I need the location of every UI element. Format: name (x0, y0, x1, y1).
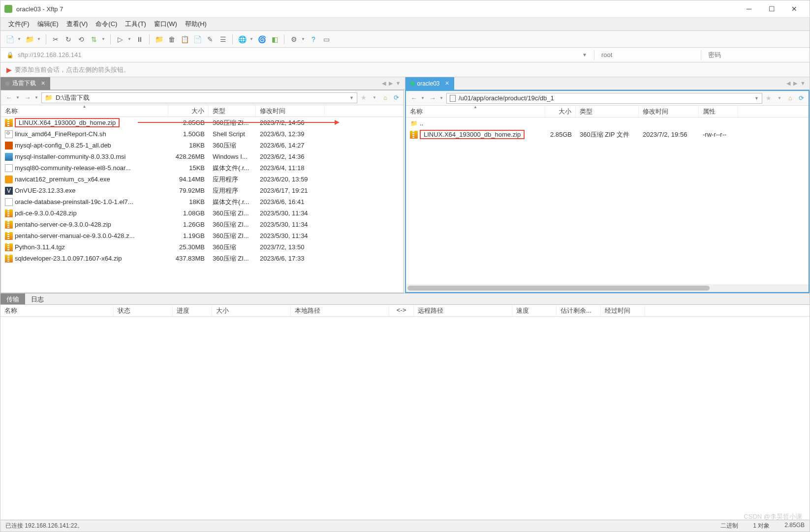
header-attr[interactable]: 属性 (699, 106, 738, 117)
close-button[interactable] (783, 1, 806, 16)
th-elapsed[interactable]: 经过时间 (601, 305, 645, 316)
menu-help[interactable]: 帮助(H) (181, 18, 211, 30)
th-remote[interactable]: 远程路径 (414, 305, 512, 316)
reconnect-icon[interactable]: ↻ (63, 34, 74, 45)
refresh-icon[interactable]: ⟳ (797, 94, 806, 103)
tab-remote[interactable]: oracle03 ✕ (405, 77, 454, 90)
settings-dropdown[interactable]: ▼ (301, 37, 306, 41)
bookmark-icon[interactable]: ★ (764, 94, 773, 103)
header-date[interactable]: 修改时间 (256, 105, 325, 117)
maximize-button[interactable] (760, 1, 783, 16)
new-file-icon[interactable]: 📄 (192, 34, 203, 45)
bookmark-dropdown[interactable]: ▼ (775, 94, 784, 103)
nav-back-dropdown[interactable]: ▼ (421, 96, 426, 100)
th-progress[interactable]: 进度 (173, 305, 212, 316)
swirl-icon[interactable]: 🌀 (256, 34, 267, 45)
horizontal-scrollbar[interactable] (406, 284, 809, 292)
th-dir[interactable]: <-> (389, 305, 414, 316)
file-row[interactable]: mysql-installer-community-8.0.33.0.msi42… (1, 151, 404, 162)
play-dropdown[interactable]: ▼ (127, 37, 132, 41)
th-status[interactable]: 状态 (114, 305, 173, 316)
tab-next-icon[interactable]: ▶ (388, 80, 394, 87)
address-dropdown[interactable]: ▼ (579, 52, 590, 58)
remote-file-list[interactable]: 📁.. LINUX.X64_193000_db_home.zip2.85GB36… (406, 118, 809, 284)
file-row[interactable]: VOnVUE-23.12.33.exe79.92MB应用程序2023/6/17,… (1, 185, 404, 196)
tab-prev-icon[interactable]: ◀ (785, 80, 791, 87)
header-date[interactable]: 修改时间 (639, 106, 699, 117)
play-icon[interactable]: ▷ (115, 34, 125, 45)
header-size[interactable]: 大小 (168, 105, 209, 117)
parent-dir-row[interactable]: 📁.. (406, 118, 809, 129)
bookmark-dropdown[interactable]: ▼ (370, 93, 379, 102)
disconnect-icon[interactable]: ✂ (50, 34, 61, 45)
globe-icon[interactable]: 🌐 (237, 34, 248, 45)
bookmark-icon[interactable]: ★ (359, 93, 368, 102)
globe-dropdown[interactable]: ▼ (249, 37, 254, 41)
header-name[interactable]: 名称▲ (406, 106, 545, 117)
menu-tools[interactable]: 工具(T) (121, 18, 150, 30)
transfer-list[interactable] (0, 317, 810, 520)
home-icon[interactable]: ⌂ (381, 93, 390, 102)
file-row[interactable]: LINUX.X64_193000_db_home.zip2.85GB360压缩 … (406, 129, 809, 140)
minimize-button[interactable] (738, 1, 760, 16)
menu-command[interactable]: 命令(C) (92, 18, 121, 30)
tab-prev-icon[interactable]: ◀ (381, 80, 387, 87)
menu-view[interactable]: 查看(V) (62, 18, 92, 30)
transfer-icon[interactable]: ⇅ (89, 34, 99, 45)
tab-log[interactable]: 日志 (25, 294, 50, 304)
copy-icon[interactable]: 📋 (179, 34, 190, 45)
tab-close-icon[interactable]: ✕ (445, 80, 449, 87)
tab-transfer[interactable]: 传输 (0, 294, 25, 304)
menu-edit[interactable]: 编辑(E) (33, 18, 62, 30)
tab-next-icon[interactable]: ▶ (792, 80, 798, 87)
tab-menu-icon[interactable]: ▼ (799, 80, 807, 87)
file-row[interactable]: mysql-apt-config_0.8.25-1_all.deb18KB360… (1, 140, 404, 151)
properties-icon[interactable]: ☰ (218, 34, 228, 45)
nav-forward-icon[interactable]: → (428, 93, 437, 103)
file-row[interactable]: Python-3.11.4.tgz25.30MB360压缩2023/7/2, 1… (1, 241, 404, 253)
edit-icon[interactable]: ✎ (205, 34, 216, 45)
local-path-box[interactable]: 📁 D:\迅雷下载 ▼ (41, 92, 357, 103)
header-type[interactable]: 类型 (209, 105, 256, 117)
sync-icon[interactable]: ⟲ (76, 34, 87, 45)
file-row[interactable]: LINUX.X64_193000_db_home.zip2.85GB360压缩 … (1, 117, 404, 128)
th-name[interactable]: 名称 (0, 305, 114, 316)
tab-local[interactable]: 迅雷下载 ✕ (0, 77, 50, 90)
header-size[interactable]: 大小 (545, 106, 576, 117)
header-name[interactable]: 名称▲ (1, 105, 168, 117)
address-input[interactable] (18, 51, 575, 59)
path-dropdown-icon[interactable]: ▼ (349, 95, 354, 100)
tab-menu-icon[interactable]: ▼ (395, 80, 402, 87)
refresh-icon[interactable]: ⟳ (392, 93, 401, 102)
tab-close-icon[interactable]: ✕ (41, 80, 45, 87)
file-row[interactable]: pentaho-server-manual-ce-9.3.0.0-428.z..… (1, 230, 404, 241)
header-type[interactable]: 类型 (576, 106, 639, 117)
th-size[interactable]: 大小 (212, 305, 291, 316)
remote-path-box[interactable]: /u01/app/oracle/product/19c/db_1 ▼ (446, 93, 762, 104)
file-row[interactable]: linux_amd64_FineReport-CN.sh1.50GBShell … (1, 128, 404, 140)
menu-file[interactable]: 文件(F) (4, 18, 33, 30)
nav-back-dropdown[interactable]: ▼ (16, 95, 21, 100)
file-row[interactable]: mysql80-community-release-el8-5.noar...1… (1, 162, 404, 174)
file-row[interactable]: pdi-ce-9.3.0.0-428.zip1.08GB360压缩 ZI...2… (1, 207, 404, 219)
nav-forward-dropdown[interactable]: ▼ (34, 95, 39, 100)
file-row[interactable]: sqldeveloper-23.1.0.097.1607-x64.zip437.… (1, 253, 404, 264)
help-icon[interactable]: ? (308, 34, 319, 45)
th-remain[interactable]: 估计剩余... (557, 305, 601, 316)
file-row[interactable]: pentaho-server-ce-9.3.0.0-428.zip1.26GB3… (1, 219, 404, 230)
th-local[interactable]: 本地路径 (291, 305, 389, 316)
open-session-icon[interactable] (24, 34, 35, 45)
file-row[interactable]: navicat162_premium_cs_x64.exe94.14MB应用程序… (1, 174, 404, 185)
settings-icon[interactable]: ⚙ (288, 34, 299, 45)
open-session-dropdown[interactable]: ▼ (37, 37, 42, 41)
nav-back-icon[interactable]: ← (409, 93, 419, 103)
new-folder-icon[interactable]: 📁 (154, 34, 164, 45)
th-speed[interactable]: 速度 (512, 305, 557, 316)
home-icon[interactable]: ⌂ (786, 94, 795, 103)
xshell-icon[interactable]: ◧ (269, 34, 280, 45)
username-input[interactable] (598, 51, 697, 59)
file-row[interactable]: oracle-database-preinstall-19c-1.0-1.el7… (1, 196, 404, 207)
delete-icon[interactable]: 🗑 (166, 34, 177, 45)
terminal-icon[interactable]: ▭ (321, 34, 332, 45)
nav-back-icon[interactable]: ← (4, 93, 14, 103)
